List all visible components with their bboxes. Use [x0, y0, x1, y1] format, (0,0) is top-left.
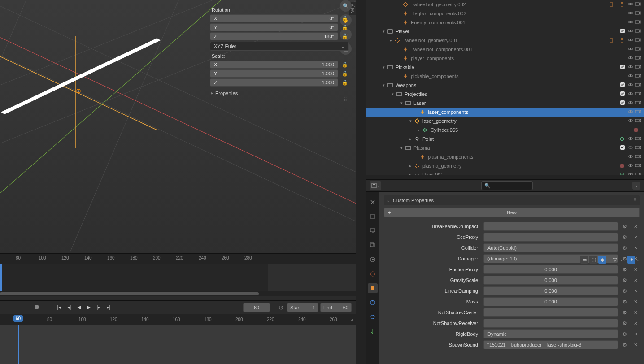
- options-dropdown[interactable]: ⌄: [632, 182, 640, 190]
- eye-toggle[interactable]: [627, 28, 634, 35]
- gear-icon[interactable]: ⚙: [621, 245, 629, 251]
- outliner-row-laser[interactable]: ▾Laser: [366, 99, 644, 108]
- cam-toggle[interactable]: [635, 1, 641, 8]
- outliner-row-plasma-components[interactable]: plasma_components: [366, 152, 644, 161]
- chevron-down-icon[interactable]: ⌄: [43, 305, 46, 309]
- outliner-row-laser-components[interactable]: laser_components: [366, 108, 644, 117]
- property-value-field[interactable]: Auto(Cuboid): [483, 243, 618, 252]
- timeline-body[interactable]: [0, 325, 356, 364]
- close-icon[interactable]: ✕: [631, 267, 640, 273]
- marker-sync-icon[interactable]: ✦: [627, 256, 635, 264]
- outliner-row-weapons[interactable]: ▾Weapons: [366, 81, 644, 90]
- property-value-field[interactable]: 0.000: [483, 286, 618, 295]
- cam-toggle[interactable]: [635, 10, 641, 17]
- chk-toggle[interactable]: [620, 100, 626, 106]
- cam-toggle[interactable]: [635, 37, 641, 43]
- playhead[interactable]: [18, 325, 19, 364]
- cam-toggle[interactable]: [635, 163, 641, 169]
- keyframe-next-button[interactable]: |▸: [95, 303, 103, 312]
- rotation-z-field[interactable]: Z180°: [210, 32, 338, 40]
- filter-icon[interactable]: ▽: [611, 256, 619, 264]
- outliner-row-point[interactable]: ▸Point: [366, 134, 644, 143]
- new-property-button[interactable]: + New: [384, 208, 640, 217]
- cam-toggle[interactable]: [635, 118, 641, 124]
- property-value-field[interactable]: "151021__bubaproducer__laser-shot-big-3": [483, 340, 618, 349]
- close-icon[interactable]: ✕: [631, 234, 640, 240]
- drag-handle-icon[interactable]: ⠿: [633, 197, 637, 203]
- chk-toggle[interactable]: [620, 145, 626, 151]
- tab-data[interactable]: [368, 326, 378, 336]
- gear-icon[interactable]: ⚙: [621, 267, 629, 273]
- gear-icon[interactable]: ⚙: [621, 310, 629, 316]
- tab-render[interactable]: [368, 212, 378, 221]
- eye-toggle[interactable]: [627, 82, 634, 88]
- close-icon[interactable]: ✕: [631, 245, 640, 251]
- property-value-field[interactable]: Dynamic: [483, 329, 618, 338]
- tab-object[interactable]: [368, 283, 378, 293]
- dopesheet-body[interactable]: [0, 264, 356, 291]
- drag-handle-icon[interactable]: ⠿: [210, 97, 349, 103]
- auto-keying-toggle[interactable]: [33, 303, 41, 312]
- cam-toggle[interactable]: [635, 73, 641, 79]
- playhead[interactable]: [0, 264, 2, 291]
- rotation-mode-dropdown[interactable]: XYZ Euler ⌄: [210, 42, 349, 51]
- custom-properties-header[interactable]: ⌄ Custom Properties ⠿: [384, 195, 640, 205]
- close-icon[interactable]: ✕: [631, 224, 640, 230]
- keyframe-prev-button[interactable]: ◂|: [65, 303, 73, 312]
- eye-toggle[interactable]: [627, 10, 634, 17]
- eye-toggle[interactable]: [627, 154, 634, 160]
- property-value-field[interactable]: 0.000: [483, 276, 618, 285]
- cam-toggle[interactable]: [635, 154, 641, 160]
- close-icon[interactable]: ✕: [631, 321, 640, 326]
- current-frame-badge[interactable]: 60: [13, 315, 23, 322]
- play-reverse-button[interactable]: ◀: [75, 303, 83, 312]
- outliner-row-enemy-components-001[interactable]: Enemy_components.001: [366, 18, 644, 27]
- jump-start-button[interactable]: |◂: [55, 303, 63, 312]
- close-icon[interactable]: ✕: [631, 342, 640, 348]
- dopesheet-scrollbar[interactable]: [0, 291, 356, 296]
- eye-toggle[interactable]: [627, 163, 634, 169]
- chk-toggle[interactable]: [620, 28, 626, 35]
- property-value-field[interactable]: [483, 308, 618, 317]
- property-value-field[interactable]: 0.000: [483, 297, 618, 306]
- cam-toggle[interactable]: [635, 100, 641, 106]
- scale-z-field[interactable]: Z1.000: [210, 78, 338, 87]
- tab-viewlayer[interactable]: [368, 240, 378, 250]
- play-button[interactable]: ▶: [85, 303, 93, 312]
- property-value-field[interactable]: [483, 233, 618, 242]
- eye-toggle[interactable]: [627, 172, 634, 175]
- eye-toggle[interactable]: [627, 19, 634, 26]
- chk-toggle[interactable]: [620, 82, 626, 88]
- tab-physics[interactable]: [368, 312, 378, 322]
- eye-toggle[interactable]: [627, 73, 634, 79]
- end-frame-field[interactable]: End60: [320, 303, 352, 312]
- scale-y-field[interactable]: Y1.000: [210, 69, 338, 78]
- gear-icon[interactable]: ⚙: [621, 234, 629, 240]
- disclosure-arrow[interactable]: ▸: [407, 164, 413, 168]
- rotation-y-field[interactable]: Y0°: [210, 23, 338, 31]
- chevron-left-icon[interactable]: ◂: [351, 317, 353, 323]
- properties-search[interactable]: 🔍: [481, 181, 533, 190]
- tab-output[interactable]: [368, 226, 378, 236]
- outliner-row-plasma-geometry[interactable]: ▸plasma_geometry: [366, 161, 644, 170]
- scrollbar-thumb[interactable]: [0, 292, 259, 295]
- cam-toggle[interactable]: [635, 19, 641, 26]
- tweak-tool-icon[interactable]: ◆: [598, 256, 606, 264]
- cam-toggle[interactable]: [635, 172, 641, 175]
- outliner-panel[interactable]: _wheelbot_geometry.002_legbot_components…: [366, 0, 644, 175]
- eye-toggle[interactable]: [627, 118, 634, 124]
- property-value-field[interactable]: [483, 222, 618, 231]
- eye-toggle[interactable]: [627, 136, 634, 142]
- eye-toggle[interactable]: [627, 55, 634, 61]
- disclosure-arrow[interactable]: ▾: [380, 29, 387, 34]
- object-laser[interactable]: [1, 38, 161, 114]
- eye-toggle[interactable]: [627, 109, 634, 115]
- cam-toggle[interactable]: [635, 145, 641, 151]
- lock-icon[interactable]: 🔓: [342, 34, 349, 39]
- properties-subpanel-toggle[interactable]: ▸ Properties: [210, 90, 349, 96]
- lock-icon[interactable]: 🔓: [342, 80, 349, 86]
- box-select-icon[interactable]: ⬚: [589, 256, 597, 264]
- gear-icon[interactable]: ⚙: [621, 321, 629, 326]
- close-icon[interactable]: ✕: [631, 331, 640, 337]
- property-value-field[interactable]: 0.000: [483, 265, 618, 274]
